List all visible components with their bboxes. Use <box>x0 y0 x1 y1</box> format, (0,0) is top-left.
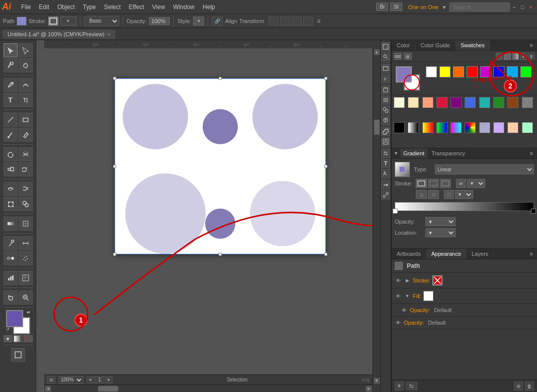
width-tool[interactable] <box>4 182 18 196</box>
svg-interactivity-btn[interactable] <box>381 116 390 125</box>
measure-tool[interactable] <box>19 236 33 250</box>
opacity-input[interactable] <box>149 17 170 25</box>
curvature-tool[interactable] <box>19 78 33 92</box>
foreground-color-box[interactable] <box>6 310 23 327</box>
shape-builder-tool[interactable] <box>19 197 33 211</box>
swatch-delete-btn[interactable]: 🗑 <box>528 53 535 60</box>
style-selector[interactable]: ▼ <box>193 17 204 26</box>
delete-item-btn[interactable]: 🗑 <box>525 381 534 390</box>
minimize-button[interactable]: − <box>510 3 518 11</box>
stroke-grad-btn3[interactable] <box>440 179 451 188</box>
bridge-button[interactable]: Br <box>376 3 388 11</box>
stroke-visibility-btn[interactable]: 👁 <box>395 277 402 284</box>
blend-tool[interactable] <box>4 251 18 265</box>
zoom-tool[interactable] <box>19 290 33 305</box>
swatch-icon-kind-solid[interactable] <box>504 53 511 60</box>
color-reset-icon[interactable]: ↺ <box>6 327 10 332</box>
eyedropper-tool[interactable] <box>4 236 18 250</box>
swatch-item[interactable] <box>507 66 518 77</box>
stroke-width-input[interactable]: ▼ <box>60 17 76 26</box>
brush-selector[interactable]: Basic <box>84 16 119 26</box>
tab-layers[interactable]: Layers <box>467 249 494 259</box>
magic-wand-tool[interactable] <box>4 58 18 72</box>
pen-tool[interactable] <box>4 78 18 92</box>
gradient-stop-left[interactable] <box>393 209 398 214</box>
swatch-item[interactable] <box>520 66 531 77</box>
tab-color[interactable]: Color <box>392 40 415 50</box>
align-btn-3[interactable] <box>292 17 302 26</box>
menu-help[interactable]: Help <box>199 2 219 12</box>
hand-tool[interactable] <box>4 290 18 305</box>
char-styles-btn[interactable]: A <box>381 169 390 178</box>
line-tool[interactable] <box>4 113 18 127</box>
artboard-nav-btn[interactable] <box>381 64 390 73</box>
menu-select[interactable]: Select <box>100 2 125 12</box>
opacity-2-visibility[interactable]: 👁 <box>395 319 402 326</box>
menu-view[interactable]: View <box>148 2 169 12</box>
gradient-mode-btn[interactable]: □ <box>14 335 23 342</box>
scale-tool[interactable] <box>4 162 18 176</box>
gradient-tool[interactable] <box>4 217 18 231</box>
page-input[interactable] <box>95 376 105 383</box>
swatch-item[interactable] <box>493 122 504 133</box>
separator-btn-1[interactable] <box>381 180 390 189</box>
duplicate-item-btn[interactable]: ⊕ <box>514 381 523 390</box>
preview-icon[interactable]: ⊞ <box>47 376 55 384</box>
swatch-item[interactable] <box>422 97 433 108</box>
stroke-color-box[interactable] <box>48 17 58 26</box>
aspect-checkbox[interactable]: □ <box>444 190 454 199</box>
swatch-item[interactable] <box>467 66 478 77</box>
tab-swatches[interactable]: Swatches <box>456 40 490 50</box>
swatch-icon-kind-all[interactable] <box>496 53 503 60</box>
swatch-item[interactable] <box>408 97 419 108</box>
fill-color-box[interactable] <box>17 17 27 26</box>
stroke-color-swatch[interactable] <box>432 275 442 285</box>
angle-btn[interactable]: △ <box>416 190 427 199</box>
swatch-item[interactable] <box>493 66 504 77</box>
next-page-btn[interactable]: ► <box>106 376 113 383</box>
variable-btn[interactable]: V <box>381 74 390 83</box>
panel-options-button[interactable]: ≡ <box>317 18 321 25</box>
panel-menu-icon[interactable]: ≡ <box>526 40 537 50</box>
bar-graph-tool[interactable] <box>4 271 18 285</box>
paintbrush-tool[interactable] <box>4 128 18 142</box>
opacity-1-visibility[interactable]: 👁 <box>401 307 408 314</box>
no-fill-mode-btn[interactable]: / <box>24 335 33 342</box>
gradient-preview-box[interactable] <box>395 162 410 177</box>
swatch-item[interactable] <box>522 97 533 108</box>
appearance-menu-icon[interactable]: ≡ <box>526 249 537 259</box>
gradient-stop-right[interactable] <box>531 209 536 214</box>
swatch-item[interactable] <box>479 122 490 133</box>
type-tool[interactable]: T <box>4 93 18 107</box>
links-btn[interactable] <box>381 127 390 136</box>
fill-expand-btn[interactable]: ▼ <box>404 292 411 300</box>
add-effect-btn[interactable]: + <box>395 381 404 390</box>
align-btn-1[interactable] <box>268 17 279 26</box>
symbol-sprayer-tool[interactable] <box>19 251 33 265</box>
reverse-btn[interactable]: ⇄ <box>456 179 466 188</box>
fill-visibility-btn[interactable]: 👁 <box>395 292 402 300</box>
swatch-item[interactable] <box>426 66 437 77</box>
swatch-item[interactable] <box>465 122 476 133</box>
search-input[interactable] <box>450 3 510 12</box>
lasso-tool[interactable] <box>19 58 33 72</box>
zoom-selector[interactable]: 100% <box>58 376 83 384</box>
swatch-item[interactable] <box>394 122 405 133</box>
color-swap-icon[interactable]: ⇄ <box>27 310 30 315</box>
close-button[interactable]: × <box>527 3 535 11</box>
tab-artboards[interactable]: Artboards <box>392 249 426 259</box>
swatch-item[interactable] <box>451 122 462 133</box>
align-link-button[interactable]: 🔗 <box>212 17 223 26</box>
swatch-item[interactable] <box>436 97 447 108</box>
prev-page-btn[interactable]: ◄ <box>86 376 94 383</box>
gradient-panel-menu[interactable]: ≡ <box>526 148 537 158</box>
pencil-tool[interactable] <box>19 128 33 142</box>
stock-button[interactable]: St <box>390 3 402 11</box>
stroke-expand-btn[interactable]: ▶ <box>404 277 411 284</box>
zoom-panel-btn[interactable] <box>381 52 390 61</box>
horizontal-scrollbar[interactable]: ◄ ► <box>44 384 373 392</box>
menu-window[interactable]: Window <box>169 2 199 12</box>
tab-close-icon[interactable]: × <box>108 32 111 37</box>
gradient-bar[interactable] <box>395 202 534 211</box>
shear-tool[interactable] <box>19 162 33 176</box>
